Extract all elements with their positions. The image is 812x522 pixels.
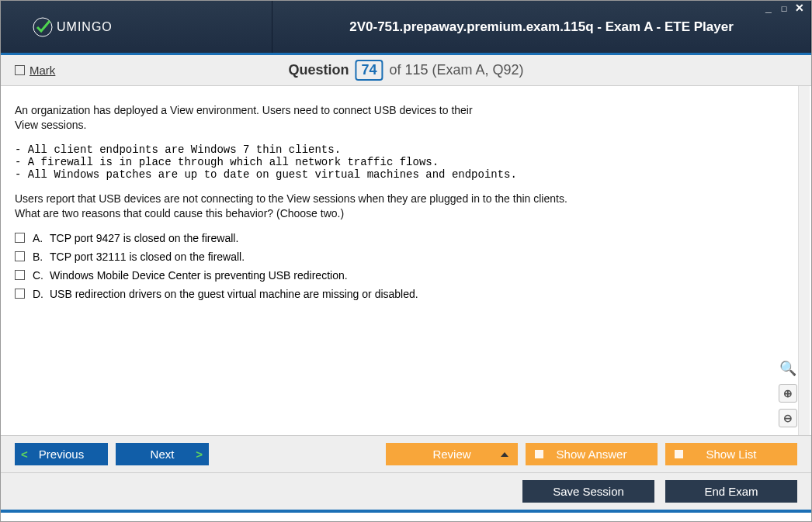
search-icon[interactable]: 🔍	[779, 359, 797, 378]
answer-letter: A.	[33, 232, 50, 244]
zoom-in-icon[interactable]: ⊕	[779, 384, 797, 403]
bottom-bar: Save Session End Exam	[1, 472, 811, 510]
answer-text: TCP port 32111 is closed on the firewall…	[50, 251, 245, 263]
answer-checkbox[interactable]	[15, 233, 25, 243]
question-counter: Question 74 of 115 (Exam A, Q92)	[288, 60, 523, 81]
square-icon	[675, 450, 683, 458]
answer-letter: B.	[33, 251, 50, 263]
chevron-right-icon: >	[196, 448, 203, 461]
bottom-border	[1, 510, 811, 513]
end-exam-label: End Exam	[704, 485, 758, 498]
save-session-button[interactable]: Save Session	[522, 480, 654, 503]
next-label: Next	[151, 448, 175, 461]
zoom-tools: 🔍 ⊕ ⊖	[779, 359, 797, 427]
answer-checkbox[interactable]	[15, 289, 25, 299]
show-answer-button[interactable]: Show Answer	[526, 443, 658, 465]
show-list-label: Show List	[706, 448, 756, 461]
answer-letter: D.	[33, 288, 50, 300]
logo-icon	[32, 16, 54, 38]
question-content: An organization has deployed a View envi…	[1, 86, 811, 435]
answer-row: B. TCP port 32111 is closed on the firew…	[15, 251, 797, 263]
previous-button[interactable]: < Previous	[15, 443, 108, 465]
maximize-icon[interactable]: □	[779, 4, 789, 15]
question-of: of 115 (Exam A, Q92)	[389, 62, 523, 78]
answer-text: TCP port 9427 is closed on the firewall.	[50, 232, 238, 244]
square-icon	[535, 450, 543, 458]
answer-checkbox[interactable]	[15, 270, 25, 280]
window-title: 2V0-751.prepaway.premium.exam.115q - Exa…	[272, 1, 811, 53]
save-session-label: Save Session	[553, 485, 624, 498]
chevron-up-icon	[501, 452, 508, 457]
question-mono-block: - All client endpoints are Windows 7 thi…	[15, 143, 797, 181]
chevron-left-icon: <	[21, 448, 28, 461]
mark-label[interactable]: Mark	[29, 64, 55, 77]
question-header: Mark Question 74 of 115 (Exam A, Q92)	[1, 55, 811, 86]
answer-letter: C.	[33, 269, 50, 282]
question-intro: An organization has deployed a View envi…	[15, 103, 797, 133]
show-list-button[interactable]: Show List	[665, 443, 797, 465]
question-number: 74	[355, 60, 383, 81]
review-button[interactable]: Review	[386, 443, 518, 465]
logo-text: UMINGO	[57, 20, 113, 34]
question-outro: Users report that USB devices are not co…	[15, 192, 797, 221]
end-exam-button[interactable]: End Exam	[665, 480, 797, 503]
next-button[interactable]: Next >	[116, 443, 209, 465]
answer-text: Windows Mobile Device Center is preventi…	[50, 269, 348, 282]
review-label: Review	[432, 448, 470, 461]
question-word: Question	[288, 62, 349, 78]
previous-label: Previous	[39, 448, 84, 461]
minimize-icon[interactable]: _	[763, 4, 774, 15]
answer-text: USB redirection drivers on the guest vir…	[50, 288, 418, 300]
answer-row: C. Windows Mobile Device Center is preve…	[15, 269, 797, 282]
scrollbar[interactable]	[798, 86, 810, 435]
answer-row: A. TCP port 9427 is closed on the firewa…	[15, 232, 797, 244]
answers-list: A. TCP port 9427 is closed on the firewa…	[15, 232, 797, 300]
logo-area: UMINGO	[1, 1, 272, 53]
zoom-out-icon[interactable]: ⊖	[779, 409, 797, 427]
mark-checkbox[interactable]	[15, 65, 25, 75]
answer-row: D. USB redirection drivers on the guest …	[15, 288, 797, 300]
show-answer-label: Show Answer	[557, 448, 627, 461]
nav-bar: < Previous Next > Review Show Answer Sho…	[1, 435, 811, 472]
answer-checkbox[interactable]	[15, 251, 25, 261]
close-icon[interactable]: ✕	[794, 4, 805, 15]
title-bar: UMINGO 2V0-751.prepaway.premium.exam.115…	[1, 1, 811, 55]
window-controls: _ □ ✕	[763, 4, 805, 15]
